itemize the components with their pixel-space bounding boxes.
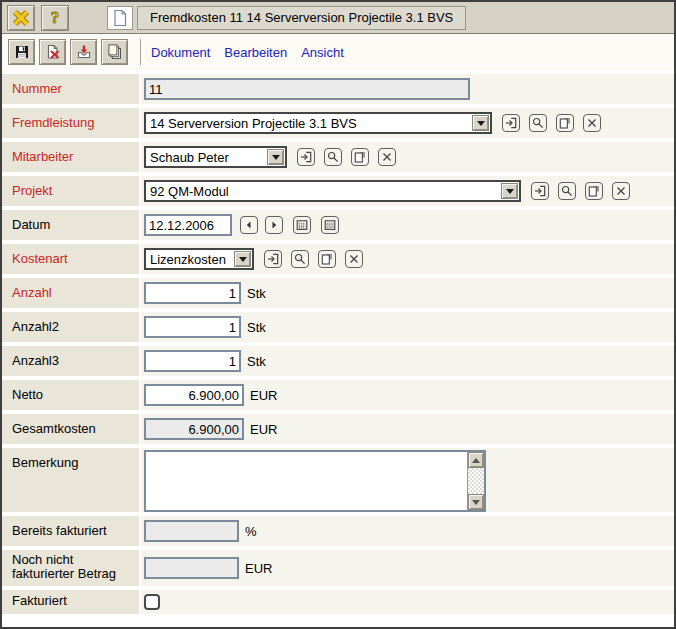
anzahl2-input[interactable]: [144, 316, 241, 338]
row-anzahl3: Anzahl3 Stk: [2, 346, 674, 376]
row-bereits-fakturiert: Bereits fakturiert %: [2, 516, 674, 546]
projekt-select[interactable]: 92 QM-Modul: [144, 180, 521, 202]
projekt-label: Projekt: [2, 176, 139, 206]
row-fremdleistung: Fremdleistung 14 Serverversion Projectil…: [2, 108, 674, 138]
clear-button[interactable]: [612, 182, 630, 200]
dropdown-arrow-icon[interactable]: [234, 251, 251, 267]
projekt-selected-value: 92 QM-Modul: [146, 184, 501, 199]
clear-x-icon: [586, 117, 598, 129]
dropdown-arrow-icon[interactable]: [472, 115, 489, 131]
tray-red-arrow-icon: [76, 44, 92, 60]
scrollbar[interactable]: [467, 452, 484, 510]
next-day-button[interactable]: [265, 216, 283, 234]
anzahl3-label: Anzahl3: [2, 346, 139, 376]
bereits-fakturiert-unit: %: [245, 524, 257, 539]
clear-button[interactable]: [345, 250, 363, 268]
clear-button[interactable]: [378, 148, 396, 166]
row-noch-nicht-fakturiert: Noch nicht fakturierter Betrag EUR: [2, 550, 674, 586]
bemerkung-textarea-frame: [144, 450, 486, 512]
mitarbeiter-select[interactable]: Schaub Peter: [144, 146, 287, 168]
netto-input[interactable]: [144, 384, 244, 406]
scroll-up-button[interactable]: [468, 452, 484, 468]
anzahl3-input[interactable]: [144, 350, 241, 372]
bemerkung-label: Bemerkung: [2, 448, 139, 512]
clear-x-icon: [381, 151, 393, 163]
copy-record-button[interactable]: [318, 250, 336, 268]
anzahl-input[interactable]: [144, 282, 241, 304]
copy-record-button[interactable]: [351, 148, 369, 166]
nummer-label: Nummer: [2, 74, 139, 104]
menu-ansicht[interactable]: Ansicht: [301, 45, 344, 60]
anzahl3-unit: Stk: [247, 354, 266, 369]
copy-record-icon: [588, 185, 600, 197]
delete-document-button[interactable]: [39, 39, 66, 65]
search-icon: [532, 117, 544, 129]
gesamtkosten-unit: EUR: [250, 422, 277, 437]
open-record-button[interactable]: [502, 114, 520, 132]
row-gesamtkosten: Gesamtkosten EUR: [2, 414, 674, 444]
copy-record-button[interactable]: [585, 182, 603, 200]
clear-button[interactable]: [583, 114, 601, 132]
menu-bearbeiten[interactable]: Bearbeiten: [224, 45, 287, 60]
copy-record-button[interactable]: [556, 114, 574, 132]
scroll-down-button[interactable]: [468, 494, 484, 510]
calendar-month-button[interactable]: [321, 216, 339, 234]
search-icon: [561, 185, 573, 197]
clear-x-icon: [615, 185, 627, 197]
dropdown-arrow-icon[interactable]: [267, 149, 284, 165]
row-netto: Netto EUR: [2, 380, 674, 410]
gesamtkosten-input[interactable]: [144, 418, 244, 440]
search-icon: [327, 151, 339, 163]
bereits-fakturiert-input[interactable]: [144, 520, 239, 542]
copy-document-button[interactable]: [101, 39, 128, 65]
open-record-button[interactable]: [264, 250, 282, 268]
datum-input[interactable]: [144, 214, 232, 236]
stacked-documents-icon: [107, 44, 123, 60]
calendar-button[interactable]: [293, 216, 311, 234]
bemerkung-textarea[interactable]: [146, 452, 467, 510]
search-button[interactable]: [324, 148, 342, 166]
row-datum: Datum: [2, 210, 674, 240]
document-type-box: [107, 6, 133, 30]
window-title: Fremdkosten 11 14 Serverversion Projecti…: [137, 6, 466, 30]
anzahl-unit: Stk: [247, 286, 266, 301]
toolbar-separator: [140, 39, 141, 65]
open-record-icon: [534, 185, 546, 197]
mitarbeiter-label: Mitarbeiter: [2, 142, 139, 172]
noch-nicht-fakturiert-unit: EUR: [245, 561, 272, 576]
next-day-icon: [268, 219, 280, 231]
noch-nicht-fakturiert-label: Noch nicht fakturierter Betrag: [2, 550, 139, 586]
close-button[interactable]: [7, 5, 35, 31]
import-button[interactable]: [70, 39, 97, 65]
open-record-button[interactable]: [297, 148, 315, 166]
copy-record-icon: [321, 253, 333, 265]
floppy-disk-icon: [14, 44, 30, 60]
netto-label: Netto: [2, 380, 139, 410]
open-record-icon: [505, 117, 517, 129]
search-button[interactable]: [529, 114, 547, 132]
noch-nicht-fakturiert-input[interactable]: [144, 557, 239, 579]
search-button[interactable]: [558, 182, 576, 200]
kostenart-select[interactable]: Lizenzkosten: [144, 248, 254, 270]
dropdown-arrow-icon[interactable]: [501, 183, 518, 199]
save-button[interactable]: [8, 39, 35, 65]
open-record-button[interactable]: [531, 182, 549, 200]
fakturiert-checkbox[interactable]: [144, 594, 160, 610]
svg-text:?: ?: [51, 8, 60, 27]
fremdleistung-selected-value: 14 Serverversion Projectile 3.1 BVS: [146, 116, 472, 131]
calendar-icon: [296, 219, 308, 231]
fremdleistung-select[interactable]: 14 Serverversion Projectile 3.1 BVS: [144, 112, 492, 134]
open-record-icon: [300, 151, 312, 163]
fakturiert-label: Fakturiert: [2, 590, 139, 614]
row-kostenart: Kostenart Lizenzkosten: [2, 244, 674, 274]
search-button[interactable]: [291, 250, 309, 268]
menu-dokument[interactable]: Dokument: [151, 45, 210, 60]
help-button[interactable]: ?: [41, 5, 69, 31]
title-bar: ? Fremdkosten 11 14 Serverversion Projec…: [2, 2, 674, 34]
anzahl2-label: Anzahl2: [2, 312, 139, 342]
open-record-icon: [267, 253, 279, 265]
previous-day-button[interactable]: [240, 216, 258, 234]
nummer-input[interactable]: [144, 78, 470, 100]
copy-record-icon: [559, 117, 571, 129]
document-icon: [112, 9, 128, 27]
